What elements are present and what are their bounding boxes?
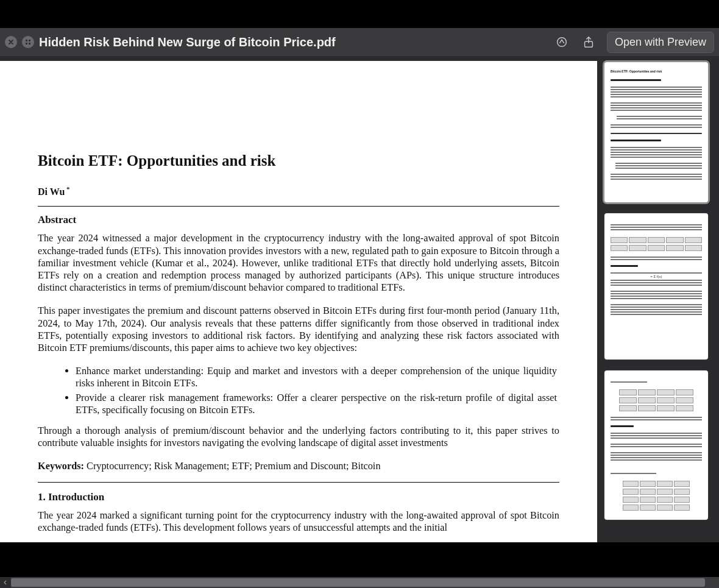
svg-rect-0 [26, 40, 27, 41]
svg-rect-2 [26, 43, 27, 44]
thumbnail-sidebar[interactable]: Bitcoin ETF: Opportunities and risk [597, 56, 719, 542]
content-area: Bitcoin ETF: Opportunities and risk Di W… [0, 56, 719, 542]
share-button[interactable] [580, 34, 597, 51]
keywords-label: Keywords: [38, 460, 84, 472]
affiliation-marker: * [65, 185, 69, 193]
window-top-spacer [0, 0, 719, 28]
objectives-list: Enhance market understanding: Equip and … [38, 365, 559, 416]
markup-button[interactable] [553, 34, 570, 51]
svg-rect-3 [29, 43, 30, 44]
grid-icon [24, 38, 32, 46]
footer-area [0, 542, 719, 588]
abstract-paragraph-1: The year 2024 witnessed a major developm… [38, 232, 559, 294]
list-item: Enhance market understanding: Equip and … [76, 365, 559, 389]
abstract-paragraph-3: Through a thorough analysis of premium/d… [38, 425, 559, 449]
author-line: Di Wu * [38, 185, 559, 197]
keywords-value: Cryptocurrency; Risk Management; ETF; Pr… [84, 460, 381, 472]
toolbar: Hidden Risk Behind New Surge of Bitcoin … [0, 28, 719, 56]
svg-rect-1 [29, 40, 30, 41]
close-icon [7, 38, 15, 46]
page-viewport[interactable]: Bitcoin ETF: Opportunities and risk Di W… [0, 56, 597, 542]
abstract-heading: Abstract [38, 214, 559, 226]
chevron-left-icon [3, 580, 8, 585]
section-1-paragraph: The year 2024 marked a significant turni… [38, 509, 559, 537]
paper-title: Bitcoin ETF: Opportunities and risk [38, 152, 559, 169]
author-name: Di Wu [38, 186, 65, 197]
svg-point-4 [558, 38, 567, 47]
page-thumbnail-2[interactable]: ≈ Σ f(x) [604, 213, 708, 360]
scrollbar-track[interactable] [11, 577, 719, 588]
horizontal-rule [38, 206, 559, 207]
scrollbar-thumb[interactable] [11, 578, 705, 587]
open-with-preview-button[interactable]: Open with Preview [607, 32, 714, 53]
list-item: Provide a clearer risk management framew… [76, 392, 559, 416]
scroll-left-arrow[interactable] [0, 577, 11, 588]
close-button[interactable] [5, 36, 17, 48]
quicklook-window: Hidden Risk Behind New Surge of Bitcoin … [0, 0, 719, 588]
document-filename: Hidden Risk Behind New Surge of Bitcoin … [39, 35, 336, 49]
page-thumbnail-3[interactable] [604, 370, 708, 520]
section-heading: 1. Introduction [38, 491, 559, 503]
markup-icon [555, 35, 568, 49]
horizontal-scrollbar[interactable] [0, 577, 719, 588]
pdf-page-1: Bitcoin ETF: Opportunities and risk Di W… [0, 61, 597, 542]
page-thumbnail-1[interactable]: Bitcoin ETF: Opportunities and risk [604, 62, 708, 202]
keywords-line: Keywords: Cryptocurrency; Risk Managemen… [38, 460, 559, 472]
horizontal-rule [38, 482, 559, 483]
share-icon [582, 35, 595, 49]
abstract-paragraph-2: This paper investigates the premium and … [38, 305, 559, 354]
grid-button[interactable] [22, 36, 34, 48]
